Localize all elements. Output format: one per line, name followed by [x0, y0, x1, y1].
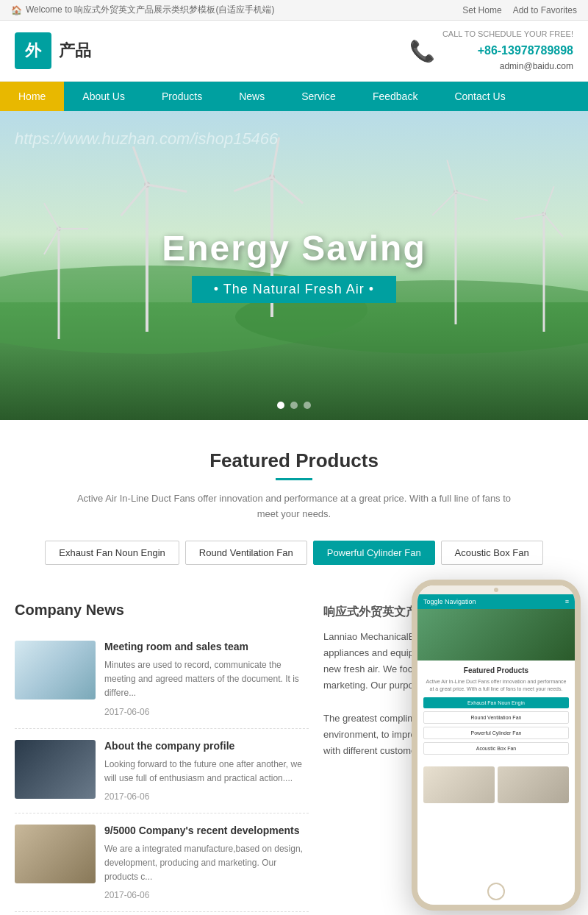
phone-featured-desc: Active Air In-Line Duct Fans offer innov… [423, 678, 569, 693]
news-date-2: 2017-06-06 [104, 791, 309, 802]
featured-underline [276, 478, 312, 480]
hero-dots [277, 402, 311, 409]
nav-service[interactable]: Service [283, 82, 354, 111]
hero-watermark: https://www.huzhan.com/ishop15466 [15, 129, 278, 149]
phone-nav-label: Toggle Navigation [423, 598, 476, 605]
top-bar-welcome: 🏠 Welcome to 响应式外贸英文产品展示类织梦模板(自适应手机端) [11, 4, 274, 16]
right-column: 响应式外贸英文产品展示... Lanniao MechanicalElectri… [323, 602, 573, 913]
nav-about[interactable]: About Us [64, 82, 143, 111]
phone-home-button[interactable] [487, 883, 505, 900]
news-title: Company News [15, 602, 309, 619]
phone-menu-icon: ≡ [565, 598, 569, 605]
phone-btn-4[interactable]: Acoustic Box Fan [423, 742, 569, 755]
hero-dot-3[interactable] [304, 402, 311, 409]
phone-icon: 📞 [409, 39, 435, 63]
phone-btn-1[interactable]: Exhaust Fan Noun Engin [423, 697, 569, 708]
hero-content: Energy Saving • The Natural Fresh Air • [162, 228, 426, 303]
news-item-title-1: Meeting room and sales team [104, 641, 309, 652]
phone-mockup: Toggle Navigation ≡ Featured Products Ac… [412, 580, 581, 911]
hero-dot-2[interactable] [290, 402, 298, 409]
phone-featured-title: Featured Products [423, 666, 569, 674]
news-content-1: Meeting room and sales team Minutes are … [104, 641, 309, 717]
news-date-1: 2017-06-06 [104, 707, 309, 717]
phone-featured: Featured Products Active Air In-Line Duc… [417, 661, 575, 763]
phone-notch-dot [494, 588, 498, 592]
tab-cylinder[interactable]: Powerful Cylinder Fan [313, 541, 435, 565]
news-content-2: About the company profile Looking forwar… [104, 740, 309, 802]
news-excerpt-2: Looking forward to the future one after … [104, 758, 309, 786]
phone-hero-img [417, 609, 575, 661]
tab-acoustic[interactable]: Acoustic Box Fan [441, 541, 543, 565]
main-nav: Home About Us Products News Service Feed… [0, 82, 588, 111]
top-bar-actions: Set Home Add to Favorites [462, 5, 577, 15]
phone-btn-3[interactable]: Powerful Cylinder Fan [423, 727, 569, 739]
phone-product-img-1 [423, 766, 495, 803]
phone-screen: Toggle Navigation ≡ Featured Products Ac… [417, 585, 575, 905]
hero-dot-1[interactable] [277, 402, 284, 409]
news-item: 9/5000 Company's recent developments We … [15, 813, 309, 913]
add-favorites-link[interactable]: Add to Favorites [513, 5, 577, 15]
news-excerpt-1: Minutes are used to record, communicate … [104, 658, 309, 701]
phone-products-grid [417, 763, 575, 806]
tab-exhaust[interactable]: Exhaust Fan Noun Engin [45, 541, 179, 565]
contact-area: 📞 CALL TO SCHEDULE YOUR FREE! +86-139787… [409, 28, 573, 74]
call-label: CALL TO SCHEDULE YOUR FREE! [442, 28, 573, 41]
nav-feedback[interactable]: Feedback [354, 82, 436, 111]
content-area: Company News Meeting room and sales team… [0, 594, 588, 915]
tab-round[interactable]: Round Ventilation Fan [185, 541, 307, 565]
header: 外 产品 📞 CALL TO SCHEDULE YOUR FREE! +86-1… [0, 21, 588, 82]
news-item: Meeting room and sales team Minutes are … [15, 630, 309, 729]
phone-notch [417, 585, 575, 594]
news-thumb-1 [15, 641, 96, 699]
featured-title: Featured Products [15, 449, 573, 472]
news-item-title-2: About the company profile [104, 740, 309, 752]
phone-number: +86-13978789898 [442, 41, 573, 60]
news-column: Company News Meeting room and sales team… [15, 602, 309, 913]
news-excerpt-3: We are a integrated manufacture,based on… [104, 842, 309, 885]
set-home-link[interactable]: Set Home [462, 5, 501, 15]
logo-box: 外 [15, 32, 51, 69]
hero-subtitle: • The Natural Fresh Air • [192, 276, 396, 303]
news-item: About the company profile Looking forwar… [15, 729, 309, 813]
logo-area: 外 产品 [15, 32, 91, 69]
phone-product-img-2 [498, 766, 569, 803]
nav-contact[interactable]: Contact Us [436, 82, 523, 111]
hero-title: Energy Saving [162, 228, 426, 268]
phone-content: Featured Products Active Air In-Line Duc… [417, 609, 575, 878]
hero-banner: https://www.huzhan.com/ishop15466 Energy… [0, 111, 588, 420]
contact-info: CALL TO SCHEDULE YOUR FREE! +86-13978789… [442, 28, 573, 74]
phone-btn-2[interactable]: Round Ventilation Fan [423, 711, 569, 724]
nav-news[interactable]: News [220, 82, 283, 111]
news-content-3: 9/5000 Company's recent developments We … [104, 825, 309, 901]
news-thumb-3 [15, 825, 96, 883]
nav-products[interactable]: Products [143, 82, 220, 111]
logo-text: 产品 [59, 40, 91, 62]
featured-desc: Active Air In-Line Duct Fans offer innov… [74, 491, 514, 522]
news-thumb-2 [15, 740, 96, 799]
top-bar: 🏠 Welcome to 响应式外贸英文产品展示类织梦模板(自适应手机端) Se… [0, 0, 588, 21]
product-tabs: Exhaust Fan Noun Engin Round Ventilation… [15, 541, 573, 565]
email-address: admin@baidu.com [442, 60, 573, 74]
home-icon: 🏠 [11, 5, 22, 15]
news-item-title-3: 9/5000 Company's recent developments [104, 825, 309, 836]
phone-nav-bar: Toggle Navigation ≡ [417, 594, 575, 609]
nav-home[interactable]: Home [0, 82, 64, 111]
featured-section: Featured Products Active Air In-Line Duc… [0, 420, 588, 594]
news-date-3: 2017-06-06 [104, 890, 309, 900]
